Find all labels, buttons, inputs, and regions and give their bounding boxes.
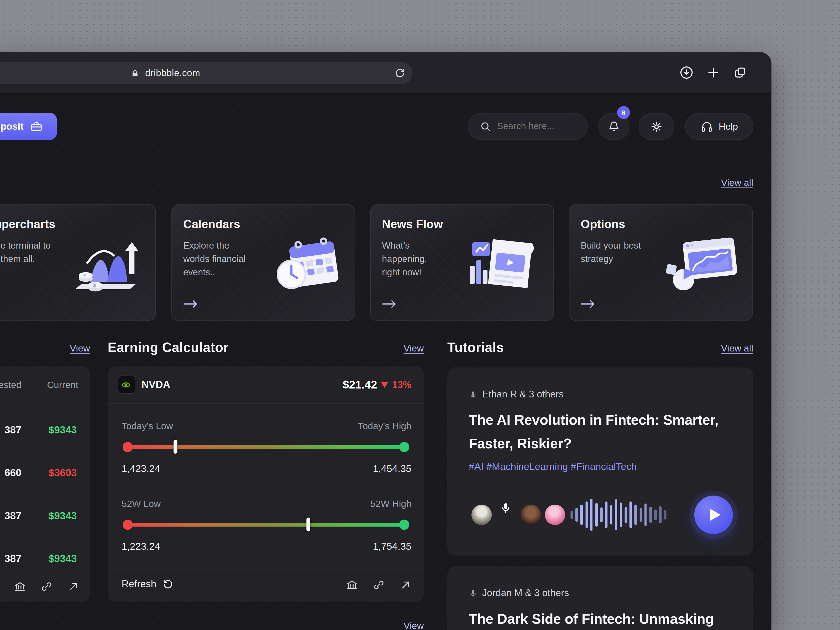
current-value: $3603: [45, 467, 81, 479]
calculator-view-link[interactable]: View: [404, 343, 424, 354]
slider-labels: 52W Low 52W High: [122, 498, 411, 510]
arrow-right-icon[interactable]: [183, 300, 198, 309]
divider: [107, 403, 424, 404]
waveform-bar: [615, 499, 617, 530]
download-icon[interactable]: [679, 65, 694, 80]
invested-value: 387: [5, 510, 22, 522]
waveform-bar: [605, 501, 608, 528]
slider-thumb[interactable]: [306, 517, 310, 531]
price-row: $21.42 13%: [343, 378, 412, 391]
tutorial-card[interactable]: Jordan M & 3 others The Dark Side of Fin…: [447, 566, 753, 630]
high-value: 1,754.35: [373, 540, 411, 552]
bank-icon[interactable]: [346, 579, 358, 591]
microphone-icon: [500, 501, 512, 515]
bell-icon: [608, 120, 620, 132]
calculator-actions: [346, 579, 411, 591]
refresh-icon: [162, 578, 174, 590]
portfolio-actions: [14, 581, 79, 592]
waveform-bar: [659, 506, 662, 523]
price-value: $21.42: [343, 378, 377, 391]
tutorial-title: The AI Revolution in Fintech: Smarter, F…: [469, 408, 743, 455]
feature-card-news-flow[interactable]: News Flow What’s happening, right now!: [370, 204, 554, 321]
bank-icon[interactable]: [14, 581, 26, 592]
column-header-invested: ested: [0, 379, 22, 391]
waveform-bar: [644, 504, 647, 526]
browser-toolbar: dribbble.com: [0, 52, 772, 94]
waveform-bar: [575, 508, 578, 522]
slider-low-dot: [123, 442, 133, 452]
search-icon: [480, 121, 491, 132]
deposit-button-label: Deposit: [0, 121, 24, 132]
tutorial-byline: Jordan M & 3 others: [469, 588, 569, 599]
feature-card-supercharts[interactable]: Supercharts e terminal to them all. $ $: [0, 204, 156, 321]
waveform-bar: [635, 505, 637, 525]
divider: [107, 569, 424, 570]
low-label: Today’s Low: [122, 420, 173, 432]
slider-thumb[interactable]: [174, 440, 177, 454]
share-icon[interactable]: [399, 579, 411, 591]
waveform-bar: [630, 501, 632, 528]
invested-value: 660: [5, 467, 22, 479]
link-icon[interactable]: [41, 581, 52, 592]
52w-range-slider: [123, 517, 409, 531]
slider-track[interactable]: [124, 523, 408, 527]
waveform-bar: [595, 503, 597, 527]
slider-low-dot: [123, 520, 133, 530]
card-description: Build your best strategy: [581, 239, 661, 266]
table-row[interactable]: 387$9343: [0, 409, 90, 452]
tabs-icon[interactable]: [733, 65, 747, 80]
address-bar[interactable]: dribbble.com: [0, 62, 412, 84]
waveform-bar: [639, 508, 642, 522]
search-bar[interactable]: [468, 113, 588, 140]
avatar: [470, 503, 494, 527]
byline-text: Jordan M & 3 others: [482, 588, 569, 599]
tutorials-title: Tutorials: [447, 339, 504, 355]
bottom-view-link[interactable]: View: [404, 620, 424, 630]
link-icon[interactable]: [373, 579, 385, 591]
play-button[interactable]: [694, 496, 733, 534]
arrow-right-icon[interactable]: [382, 300, 396, 309]
search-input[interactable]: [497, 121, 578, 132]
waveform-bar: [610, 505, 612, 524]
portfolio-view-link[interactable]: View: [70, 343, 90, 354]
current-value: $9343: [45, 510, 81, 522]
view-all-top-link[interactable]: View all: [721, 177, 753, 189]
play-icon: [709, 508, 722, 522]
feature-card-calendars[interactable]: Calendars Explore the worlds financial e…: [171, 204, 355, 321]
card-description: What’s happening, right now!: [382, 239, 445, 279]
slider-values: 1,423.24 1,454.35: [122, 463, 411, 475]
url-text: dribbble.com: [145, 68, 200, 79]
low-value: 1,223.24: [122, 540, 160, 552]
table-row[interactable]: 387$9343: [0, 494, 90, 537]
help-button[interactable]: Help: [685, 113, 753, 140]
waveform-bar: [585, 501, 588, 528]
feature-card-options[interactable]: Options Build your best strategy: [569, 204, 753, 321]
refresh-icon[interactable]: [394, 68, 406, 79]
card-title: Supercharts: [0, 218, 55, 232]
waveform-bar: [625, 507, 627, 523]
news-illustration: [467, 232, 542, 296]
refresh-label: Refresh: [122, 578, 156, 590]
notification-badge: 8: [617, 106, 630, 119]
table-row[interactable]: 660$3603: [0, 452, 90, 494]
tutorial-card[interactable]: Ethan R & 3 others The AI Revolution in …: [447, 368, 753, 556]
new-tab-icon[interactable]: [706, 65, 720, 80]
tutorials-view-all-link[interactable]: View all: [721, 343, 753, 354]
refresh-button[interactable]: Refresh: [122, 578, 174, 590]
tutorial-tags[interactable]: #AI #MachineLearning #FinancialTech: [469, 461, 637, 472]
slider-track[interactable]: [124, 445, 408, 449]
portfolio-table: ested Current 387$9343660$3603387$934338…: [0, 366, 90, 602]
arrow-right-icon[interactable]: [0, 300, 0, 309]
tutorial-byline: Ethan R & 3 others: [469, 389, 564, 400]
table-row[interactable]: 387$9343: [0, 537, 90, 580]
card-description: Explore the worlds financial events..: [183, 239, 256, 279]
waveform-bar: [590, 499, 592, 531]
low-label: 52W Low: [122, 498, 161, 510]
settings-button[interactable]: [639, 113, 675, 140]
arrow-right-icon[interactable]: [581, 300, 595, 309]
microphone-icon: [469, 588, 477, 599]
high-label: Today’s High: [358, 420, 412, 432]
share-icon[interactable]: [68, 581, 79, 592]
waveform: [570, 499, 673, 531]
deposit-button[interactable]: Deposit: [0, 113, 57, 140]
